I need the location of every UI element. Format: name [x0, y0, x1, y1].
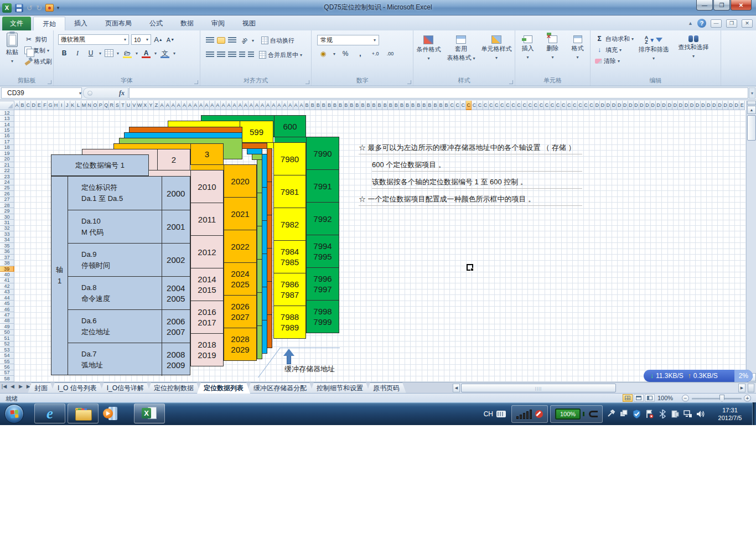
column-header[interactable]: M	[81, 101, 87, 110]
column-header[interactable]: C	[477, 101, 483, 110]
row-header[interactable]: 51	[0, 335, 14, 341]
row-header[interactable]: 46	[0, 307, 14, 312]
ribbon-tab-页面布局[interactable]: 页面布局	[96, 17, 141, 30]
zoom-slider-thumb[interactable]	[719, 395, 724, 402]
row-header[interactable]: 45	[0, 301, 14, 306]
column-header[interactable]: Y	[148, 101, 154, 110]
ribbon-tab-数据[interactable]: 数据	[172, 17, 203, 30]
column-header[interactable]: X	[143, 101, 148, 110]
row-header[interactable]: 22	[0, 168, 14, 173]
borders-dropdown-icon[interactable]: ▾	[117, 51, 119, 56]
column-header[interactable]: D	[31, 101, 37, 110]
column-header[interactable]: C	[538, 101, 544, 110]
row-header[interactable]: 36	[0, 249, 14, 255]
column-header[interactable]: E	[739, 101, 745, 110]
comma-style-icon[interactable]: ,	[355, 49, 365, 59]
row-header[interactable]: 19	[0, 151, 14, 156]
column-header[interactable]: D	[639, 101, 645, 110]
column-header[interactable]: D	[706, 101, 712, 110]
format-cells-button[interactable]: 格式▾	[569, 33, 587, 63]
security-shield-icon[interactable]	[632, 409, 641, 418]
fill-button[interactable]: ↓填充▾	[595, 44, 634, 55]
column-header[interactable]: B	[20, 101, 25, 110]
column-header[interactable]: A	[165, 101, 170, 110]
row-header[interactable]: 14	[0, 122, 14, 127]
column-header[interactable]: D	[650, 101, 656, 110]
page-break-view-button[interactable]	[645, 394, 655, 402]
column-header[interactable]: B	[382, 101, 388, 110]
zoom-in-icon[interactable]: +	[744, 395, 751, 402]
column-header[interactable]: C	[561, 101, 567, 110]
column-header[interactable]: S	[115, 101, 120, 110]
sheet-tab-原书页码[interactable]: 原书页码	[366, 382, 406, 394]
horizontal-split-handle[interactable]	[748, 384, 754, 392]
scroll-up-icon[interactable]: ▲	[747, 106, 756, 114]
horizontal-scrollbar[interactable]: ◀ |||| ▶	[453, 383, 756, 393]
column-header[interactable]: C	[544, 101, 550, 110]
column-header[interactable]: D	[734, 101, 739, 110]
column-header[interactable]: K	[70, 101, 76, 110]
row-header[interactable]: 49	[0, 324, 14, 329]
row-header[interactable]: 44	[0, 295, 14, 301]
increase-decimal-icon[interactable]: +.0	[370, 49, 380, 59]
column-header[interactable]: T	[120, 101, 126, 110]
row-header[interactable]: 23	[0, 174, 14, 179]
column-header[interactable]: R	[109, 101, 115, 110]
column-header[interactable]: C	[583, 101, 589, 110]
column-header[interactable]: B	[360, 101, 366, 110]
percent-style-icon[interactable]: %	[340, 49, 350, 59]
taskbar-wmp-button[interactable]	[103, 406, 117, 421]
row-header[interactable]: 48	[0, 318, 14, 324]
row-header[interactable]: 47	[0, 312, 14, 318]
column-header[interactable]: A	[176, 101, 182, 110]
taskbar-ie-button[interactable]: e	[34, 404, 65, 423]
styles-dialog-launcher[interactable]	[509, 80, 513, 84]
zoom-level[interactable]: 100%	[657, 395, 673, 401]
column-header[interactable]: A	[221, 101, 226, 110]
column-header[interactable]: D	[623, 101, 628, 110]
delete-cells-button[interactable]: 删除▾	[544, 33, 562, 63]
formula-input[interactable]	[129, 87, 748, 99]
row-header[interactable]: 16	[0, 133, 14, 139]
column-header[interactable]: A	[204, 101, 210, 110]
column-header[interactable]: C	[522, 101, 527, 110]
row-header[interactable]: 33	[0, 231, 14, 237]
row-header[interactable]: 18	[0, 145, 14, 151]
active-cell-selection[interactable]	[467, 264, 473, 271]
minimize-button[interactable]: —	[696, 0, 713, 11]
column-header[interactable]: E	[37, 101, 42, 110]
underline-dropdown-icon[interactable]: ▾	[99, 51, 101, 56]
column-header[interactable]: A	[226, 101, 232, 110]
column-header[interactable]: F	[42, 101, 48, 110]
signal-tray-group[interactable]	[511, 405, 548, 423]
format-as-table-button[interactable]: 套用表格格式 ▾	[444, 33, 478, 64]
column-header[interactable]: A	[159, 101, 165, 110]
row-header[interactable]: 27	[0, 197, 14, 203]
format-painter-button[interactable]: 格式刷	[24, 56, 52, 67]
find-select-button[interactable]: 查找和选择▾	[674, 33, 713, 66]
column-header[interactable]: A	[187, 101, 193, 110]
ribbon-tab-公式[interactable]: 公式	[141, 17, 172, 30]
normal-view-button[interactable]	[623, 394, 633, 402]
font-size-select[interactable]: 10▾	[131, 34, 151, 45]
column-header[interactable]: A	[14, 101, 20, 110]
row-header[interactable]: 56	[0, 364, 14, 370]
column-header[interactable]: A	[266, 101, 271, 110]
tool-icon[interactable]	[607, 409, 616, 418]
column-header[interactable]: B	[416, 101, 422, 110]
column-header[interactable]: D	[667, 101, 672, 110]
column-header[interactable]: A	[254, 101, 260, 110]
row-header[interactable]: 20	[0, 157, 14, 162]
row-header[interactable]: 17	[0, 139, 14, 144]
column-header[interactable]: A	[170, 101, 176, 110]
column-header[interactable]: A	[210, 101, 215, 110]
clock[interactable]: 17:31 2012/7/5	[711, 406, 749, 422]
underline-button[interactable]: U	[86, 48, 96, 58]
column-header[interactable]: C	[25, 101, 31, 110]
ribbon-tab-插入[interactable]: 插入	[65, 17, 96, 30]
column-header[interactable]: Q	[103, 101, 109, 110]
column-header[interactable]: D	[728, 101, 734, 110]
horizontal-scroll-thumb[interactable]: ||||	[461, 384, 616, 392]
column-header[interactable]: A	[199, 101, 204, 110]
row-header[interactable]: 58	[0, 376, 14, 381]
